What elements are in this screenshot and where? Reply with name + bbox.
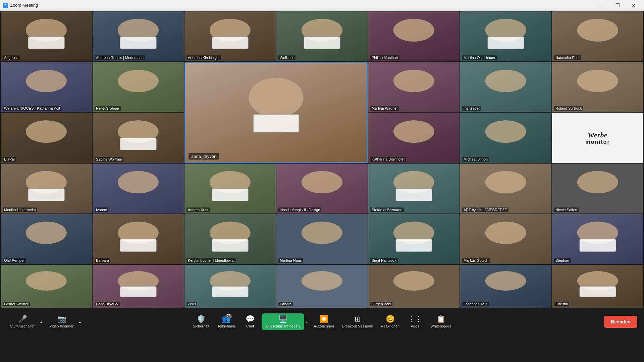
mute-group[interactable]: 🎤 Stummschalten ▲	[7, 313, 44, 330]
video-tile: Martina Haas	[276, 214, 368, 264]
video-tile: Markus Götsch	[460, 214, 551, 264]
reactions-label: Reaktionen	[381, 324, 400, 328]
participants-group[interactable]: 👥 76 Teilnehmer	[214, 313, 239, 330]
video-tile: Andreas Roffeis | Moderation	[93, 11, 184, 61]
mute-arrow-button[interactable]: ▲	[39, 320, 44, 324]
title-bar-left: Z Zoom Meeting	[3, 3, 38, 8]
video-group[interactable]: 📷 Video beenden ▲	[46, 313, 83, 330]
toolbar-right[interactable]: Beenden	[604, 316, 637, 328]
apps-button[interactable]: ⋮⋮ Apps	[404, 313, 426, 330]
video-tile: Andreas Kirnberger	[184, 11, 276, 61]
security-label: Sicherheit	[193, 324, 209, 328]
minimize-button[interactable]: —	[594, 0, 609, 11]
video-tile: Doris Blovsky	[93, 265, 184, 308]
video-tile: Angelina	[1, 11, 92, 61]
video-tile: Ivonne	[93, 164, 184, 214]
zoom-icon: Z	[3, 3, 8, 8]
participant-name: WolKess	[278, 55, 296, 60]
video-tile: Olaf Pempel	[1, 214, 92, 264]
participants-label: Teilnehmer	[217, 324, 235, 328]
window-controls[interactable]: — ❐ ✕	[594, 0, 641, 11]
participant-name: Angelina	[3, 55, 20, 60]
video-tile: Stephan	[552, 214, 643, 264]
video-tile: Sandra	[276, 265, 368, 308]
active-speaker-name: anna_dryven	[189, 153, 219, 160]
video-tile: Johannes Toth	[460, 265, 551, 308]
chat-button[interactable]: 💬 Chat	[240, 313, 260, 330]
share-label: Bildschirm freigeben	[266, 324, 300, 328]
participant-name: Martina Wagner	[370, 106, 399, 111]
reactions-icon: 😊	[386, 315, 395, 323]
video-tile: Zeus	[184, 265, 276, 308]
restore-button[interactable]: ❐	[610, 0, 625, 11]
mute-button[interactable]: 🎤 Stummschalten	[7, 313, 39, 330]
video-tile: Stefan di Bernardo	[368, 164, 460, 214]
whiteboards-button[interactable]: 📋 Whiteboards	[427, 313, 454, 330]
toolbar-center: 🛡️ Sicherheit 👥 76 Teilnehmer 💬 Chat 🖥️ …	[190, 313, 454, 330]
video-tile: Irina Hufnagl - IH Design	[276, 164, 368, 214]
video-tile: Roland Surböck	[552, 62, 643, 112]
end-meeting-button[interactable]: Beenden	[604, 316, 637, 328]
video-grid: Angelina Andreas Roffeis | Moderation An…	[0, 11, 644, 265]
participant-name: Roland Surböck	[554, 106, 583, 111]
participants-button[interactable]: 👥 76 Teilnehmer	[214, 313, 239, 330]
participant-name: Gernot Steurer	[3, 302, 30, 306]
video-tile: ART by Liz LOVEBREEZE	[460, 164, 551, 214]
whiteboards-icon: 📋	[436, 315, 445, 323]
apps-icon: ⋮⋮	[408, 315, 422, 323]
participant-name: Sabine Wolfram	[95, 157, 123, 162]
video-tile: Christin	[552, 265, 643, 308]
breakout-button[interactable]: ⊞ Breakout Sessions	[339, 313, 376, 330]
participant-name: Philipp Monihart	[370, 55, 399, 60]
participant-name: Christin	[554, 302, 569, 306]
share-arrow-button[interactable]: ▲	[304, 320, 309, 324]
participant-name: Andreas Roffeis | Moderation	[95, 55, 145, 60]
participant-name: Michael Simon	[462, 157, 489, 162]
close-button[interactable]: ✕	[626, 0, 641, 11]
breakout-label: Breakout Sessions	[342, 324, 373, 328]
security-button[interactable]: 🛡️ Sicherheit	[190, 313, 213, 330]
video-tile: Jürgen Zahl	[368, 265, 460, 308]
reactions-button[interactable]: 😊 Reaktionen	[378, 313, 403, 330]
participant-name: Olaf Pempel	[3, 258, 26, 263]
mute-label: Stummschalten	[10, 324, 36, 328]
video-tile: Martina Wagner	[368, 62, 460, 112]
share-group[interactable]: 🖥️ Bildschirm freigeben ▲	[262, 313, 309, 330]
participant-name: Jürgen Zahl	[370, 302, 392, 306]
video-tile: Sabine Wolfram	[93, 113, 184, 163]
video-tile: Gernot Steurer	[1, 265, 92, 308]
participant-name: Kerstin Lobner | Ideenflow.at	[186, 258, 236, 263]
camera-icon: 📷	[57, 315, 66, 323]
video-tile: Andrea Kurz	[184, 164, 276, 214]
active-speaker-tile: anna_dryven	[184, 62, 368, 163]
video-arrow-button[interactable]: ▲	[78, 320, 83, 324]
participant-name: Markus Götsch	[462, 258, 490, 263]
chat-icon: 💬	[246, 315, 255, 323]
video-button[interactable]: 📷 Video beenden	[46, 313, 78, 330]
video-tile: Philipp Monihart	[368, 11, 460, 61]
participant-name: Monika Hintermeier	[3, 207, 37, 212]
video-tile: Natascha Eder	[552, 11, 643, 61]
participant-name: ART by Liz LOVEBREEZE	[462, 207, 508, 212]
record-icon: ⏺️	[319, 315, 328, 323]
participant-name: Barbara	[95, 258, 110, 263]
participant-name: Birgit Hainböck	[370, 258, 398, 263]
apps-label: Apps	[411, 324, 419, 328]
participant-name: Martina Haas	[278, 258, 303, 263]
video-tile: Michael Simon	[460, 113, 551, 163]
participant-name: Johannes Toth	[462, 302, 489, 306]
window-title: Zoom Meeting	[10, 3, 38, 8]
shield-icon: 🛡️	[197, 315, 206, 323]
werbe-monitor-logo-tile: werbe monitor	[552, 113, 643, 163]
participant-name: Stefan di Bernardo	[370, 207, 404, 212]
participant-name: Doris Blovsky	[95, 302, 120, 306]
video-tile: BiaPal	[1, 113, 92, 163]
whiteboards-label: Whiteboards	[430, 324, 451, 328]
record-button[interactable]: ⏺️ Aufzeichnen	[310, 313, 337, 330]
video-tile: Birgit Hainböck	[368, 214, 460, 264]
participant-name: Ivonne	[95, 207, 108, 212]
participant-name: We are UNIQUES - Katharina Koll	[3, 106, 61, 111]
share-screen-button[interactable]: 🖥️ Bildschirm freigeben	[262, 313, 305, 330]
participant-name: Zeus	[186, 302, 197, 306]
participant-name: Sandra	[278, 302, 293, 306]
